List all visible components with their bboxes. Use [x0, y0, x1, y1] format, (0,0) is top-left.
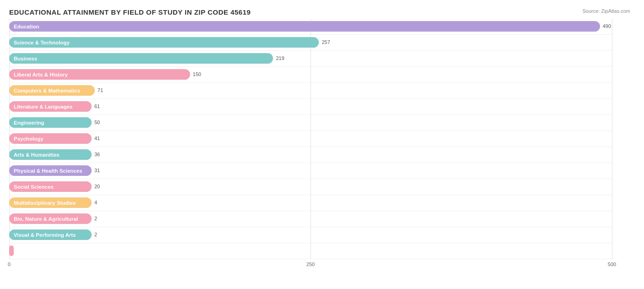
bar-value: 2 — [94, 213, 97, 224]
bar-value: 150 — [193, 69, 201, 80]
bar-value: 71 — [98, 85, 103, 96]
bar-label: Liberal Arts & History — [9, 72, 68, 77]
bar-row: Visual & Performing Arts2 — [9, 227, 612, 243]
bar: Bio, Nature & Agricultural — [9, 213, 92, 224]
bar-label: Visual & Performing Arts — [9, 232, 76, 238]
bar-row: Bio, Nature & Agricultural2 — [9, 211, 612, 227]
bar-label: Bio, Nature & Agricultural — [9, 216, 78, 222]
bar: Engineering — [9, 117, 92, 128]
bar-row: Education490 — [9, 19, 612, 35]
bar-value: 2 — [94, 229, 97, 240]
bar-label: Literature & Languages — [9, 104, 72, 109]
bar-row: Computers & Mathematics71 — [9, 83, 612, 99]
bars-area: Education490Science & Technology257Busin… — [9, 19, 630, 262]
x-tick-label: 250 — [306, 262, 315, 267]
bar-label: Multidisciplinary Studies — [9, 200, 76, 206]
bar-value: 20 — [94, 181, 100, 192]
bar-label: Communications — [9, 248, 14, 254]
bar: Business — [9, 53, 273, 64]
x-tick-label: 500 — [608, 262, 616, 267]
chart-container: EDUCATIONAL ATTAINMENT BY FIELD OF STUDY… — [0, 0, 644, 289]
bar-row: Communications — [9, 243, 612, 259]
bar: Psychology — [9, 133, 92, 144]
bar-row: Arts & Humanities36 — [9, 147, 612, 163]
bar: Literature & Languages — [9, 101, 92, 112]
bar: Science & Technology — [9, 37, 319, 48]
bar-row: Multidisciplinary Studies4 — [9, 195, 612, 211]
bar: Arts & Humanities — [9, 149, 92, 160]
bar-value: 61 — [94, 101, 100, 112]
bar: Education — [9, 21, 600, 32]
bar-value: 490 — [603, 21, 611, 32]
bar-value: 4 — [94, 197, 97, 208]
bar: Multidisciplinary Studies — [9, 197, 92, 208]
x-tick-label: 0 — [8, 262, 11, 267]
bar-row: Physical & Health Sciences31 — [9, 163, 612, 179]
bar-row: Science & Technology257 — [9, 35, 612, 51]
bar-value: 257 — [322, 37, 330, 48]
bar-row: Psychology41 — [9, 131, 612, 147]
bar-label: Engineering — [9, 120, 44, 125]
bar: Communications — [9, 245, 14, 256]
bar-label: Education — [9, 24, 39, 29]
bar-label: Business — [9, 56, 37, 61]
bar: Computers & Mathematics — [9, 85, 95, 96]
source-text: Source: ZipAtlas.com — [582, 8, 630, 14]
bar: Visual & Performing Arts — [9, 229, 92, 240]
bar: Physical & Health Sciences — [9, 165, 92, 176]
bar-value: 219 — [276, 53, 284, 64]
bar-label: Social Sciences — [9, 184, 54, 190]
bar-label: Psychology — [9, 136, 44, 142]
bar-row: Social Sciences20 — [9, 179, 612, 195]
bar: Liberal Arts & History — [9, 69, 190, 80]
bar-row: Engineering50 — [9, 115, 612, 131]
bar-value: 31 — [94, 165, 100, 176]
x-axis: 0250500 — [9, 262, 612, 271]
bar-value: 50 — [94, 117, 100, 128]
bar-label: Science & Technology — [9, 40, 70, 45]
bar-value: 41 — [94, 133, 100, 144]
bar-row: Liberal Arts & History150 — [9, 67, 612, 83]
bar-row: Literature & Languages61 — [9, 99, 612, 115]
bar-label: Computers & Mathematics — [9, 88, 80, 93]
bar-label: Arts & Humanities — [9, 152, 60, 158]
chart-title: EDUCATIONAL ATTAINMENT BY FIELD OF STUDY… — [9, 8, 630, 16]
bar-value: 36 — [94, 149, 100, 160]
bar: Social Sciences — [9, 181, 92, 192]
bar-row: Business219 — [9, 51, 612, 67]
bar-label: Physical & Health Sciences — [9, 168, 82, 174]
